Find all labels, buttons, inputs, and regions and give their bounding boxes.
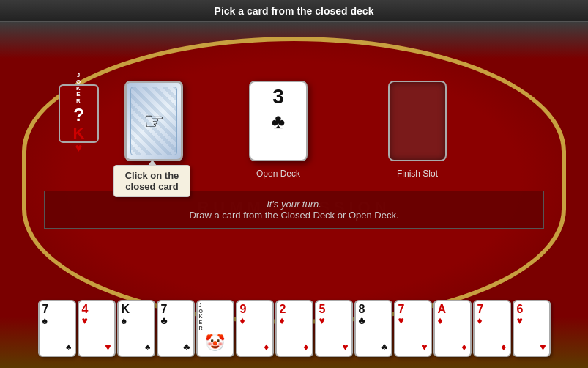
card-center: ♠ bbox=[145, 341, 150, 353]
hand-card-12[interactable]: 6 ♥ ♥ bbox=[513, 300, 551, 357]
hand-card-8[interactable]: 8 ♣ ♣ bbox=[354, 300, 392, 357]
card-num: 7 bbox=[477, 303, 484, 315]
card-suit: ♠ bbox=[122, 315, 127, 325]
tooltip-line1: Click on the bbox=[125, 170, 179, 181]
card-num: 7 bbox=[42, 303, 49, 315]
hand-card-1[interactable]: 4 ♥ ♥ bbox=[78, 300, 116, 357]
card-center: ♣ bbox=[183, 341, 190, 353]
open-deck-label: Open Deck bbox=[256, 169, 300, 179]
card-num: 4 bbox=[82, 303, 89, 315]
top-bar: Pick a card from the closed deck bbox=[0, 0, 588, 22]
card-center: ♦ bbox=[461, 341, 466, 353]
card-suit: ♠ bbox=[42, 315, 48, 325]
player-hand: 7 ♠ ♠ 4 ♥ ♥ K ♠ ♠ 7 ♣ ♣ JOKER 🤡 9 ♦ ♦ 2 … bbox=[38, 300, 551, 357]
hand-card-11[interactable]: 7 ♦ ♦ bbox=[473, 300, 511, 357]
card-num: 7 bbox=[398, 303, 405, 315]
card-num: 6 bbox=[517, 303, 524, 315]
header-title: Pick a card from the closed deck bbox=[215, 5, 374, 17]
hand-card-6[interactable]: 2 ♦ ♦ bbox=[275, 300, 313, 357]
hand-card-0[interactable]: 7 ♠ ♠ bbox=[38, 300, 76, 357]
message-line2: Draw a card from the Closed Deck or Open… bbox=[59, 210, 529, 221]
joker-question: ? bbox=[73, 105, 84, 125]
card-num: 7 bbox=[161, 303, 168, 315]
card-suit: ♦ bbox=[438, 315, 443, 325]
hand-card-3[interactable]: 7 ♣ ♣ bbox=[157, 300, 195, 357]
card-suit: ♣ bbox=[359, 315, 365, 325]
closed-card-tooltip: Click on the closed card bbox=[113, 165, 190, 197]
message-line1: It's your turn. bbox=[59, 199, 529, 210]
joker-label: JOKER bbox=[76, 73, 81, 105]
hand-card-5[interactable]: 9 ♦ ♦ bbox=[236, 300, 274, 357]
card-num: K bbox=[122, 303, 130, 315]
hand-card-2[interactable]: K ♠ ♠ bbox=[117, 300, 155, 357]
hand-card-7[interactable]: 5 ♥ ♥ bbox=[315, 300, 353, 357]
card-center: ♦ bbox=[264, 341, 269, 353]
card-suit: ♥ bbox=[82, 315, 88, 325]
card-suit: ♥ bbox=[517, 315, 523, 325]
finish-slot-label: Finish Slot bbox=[397, 169, 438, 179]
card-num: A bbox=[438, 303, 447, 315]
card-center: ♦ bbox=[303, 341, 308, 353]
hand-card-9[interactable]: 7 ♥ ♥ bbox=[394, 300, 432, 357]
card-num: 8 bbox=[359, 303, 365, 315]
joker-card: JOKER ? K ♥ bbox=[59, 84, 99, 143]
joker-hand-icon: 🤡 bbox=[205, 334, 225, 353]
card-suit: ♥ bbox=[398, 315, 404, 325]
card-suit: ♣ bbox=[161, 315, 168, 325]
game-table: RUMMY PASSION JOKER ? K ♥ ☞ Click on the… bbox=[0, 22, 588, 368]
open-deck-number: 3 bbox=[272, 87, 284, 107]
open-deck-card[interactable]: 3 ♣ Open Deck bbox=[249, 81, 308, 161]
hand-card-4[interactable]: JOKER 🤡 bbox=[196, 300, 234, 357]
card-center: ♥ bbox=[540, 341, 546, 353]
card-suit: ♦ bbox=[280, 315, 285, 325]
card-center: ♠ bbox=[66, 341, 71, 353]
tooltip-line2: closed card bbox=[125, 181, 178, 192]
hand-card-10[interactable]: A ♦ ♦ bbox=[433, 300, 472, 357]
felt bbox=[22, 37, 566, 324]
card-suit: ♥ bbox=[319, 315, 325, 325]
card-num: 5 bbox=[319, 303, 326, 315]
joker-value: K bbox=[73, 125, 85, 141]
joker-suit: ♥ bbox=[75, 141, 83, 155]
card-suit: ♦ bbox=[240, 315, 245, 325]
card-center: ♥ bbox=[105, 341, 111, 353]
joker-hand-label: JOKER bbox=[199, 303, 203, 331]
card-center: ♥ bbox=[342, 341, 348, 353]
card-num: 2 bbox=[280, 303, 286, 315]
hand-cursor-icon: ☞ bbox=[144, 107, 165, 135]
closed-deck-card[interactable]: ☞ bbox=[124, 81, 183, 161]
card-suit: ♦ bbox=[477, 315, 483, 325]
card-center: ♦ bbox=[501, 341, 506, 353]
card-num: 9 bbox=[240, 303, 247, 315]
card-center: ♣ bbox=[381, 341, 387, 353]
card-center: ♥ bbox=[421, 341, 427, 353]
finish-slot[interactable]: Finish Slot bbox=[388, 81, 447, 161]
open-deck-suit: ♣ bbox=[272, 110, 285, 133]
